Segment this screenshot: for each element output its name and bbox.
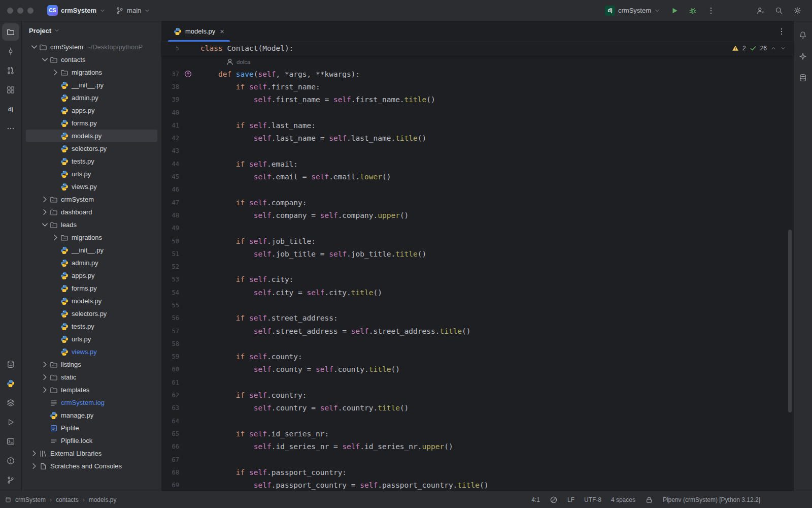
chevron-right-icon[interactable] [40,373,50,382]
version-control-tool-button[interactable] [2,471,19,489]
line-number[interactable]: 65 [162,430,179,437]
sticky-line[interactable]: 5 class Contact(Model): 2 26 [162,42,793,55]
code-line-51[interactable]: 51 self.job_title = self.job_title.title… [162,247,793,260]
chevron-down-icon[interactable] [40,221,50,229]
breadcrumb-item-package[interactable]: contacts [56,496,79,503]
project-panel-header[interactable]: Project [22,21,161,40]
settings-button[interactable] [790,3,805,18]
chevron-right-icon[interactable] [40,386,50,394]
highlighting-level-icon[interactable] [550,496,558,504]
code-line-46[interactable]: 46 [162,183,793,196]
tree-item-selectors-py[interactable]: selectors.py [26,142,157,155]
tree-item-templates[interactable]: templates [26,384,157,396]
code-line-61[interactable]: 61 [162,376,793,389]
line-number[interactable]: 52 [162,263,179,270]
tree-item-urls-py[interactable]: urls.py [26,168,157,180]
line-number[interactable]: 43 [162,147,179,154]
line-number[interactable]: 67 [162,456,179,463]
python-interpreter[interactable]: Pipenv (crmSystem) [Python 3.12.2] [663,496,760,503]
code-line-54[interactable]: 54 self.city = self.city.title() [162,286,793,299]
line-number[interactable]: 59 [162,353,179,360]
tree-item-dashboard[interactable]: dashboard [26,206,157,218]
code-line-44[interactable]: 44 if self.email: [162,157,793,170]
line-number[interactable]: 55 [162,302,179,309]
tree-item-contacts[interactable]: contacts [26,53,157,66]
tree-item-migrations[interactable]: migrations [26,66,157,79]
code-editor[interactable]: dolca 37 def save(self, *args, **kwargs)… [162,55,793,491]
tree-item-migrations[interactable]: migrations [26,231,157,244]
editor-scrollbar[interactable] [788,230,792,412]
line-number[interactable]: 49 [162,225,179,232]
tree-item-views-py[interactable]: views.py [26,345,157,358]
tree-item-apps-py[interactable]: apps.py [26,104,157,117]
chevron-right-icon[interactable] [29,462,39,470]
lock-icon[interactable] [645,496,653,504]
run-config-widget[interactable]: dj crmSystem [601,4,664,18]
tree-item-forms-py[interactable]: forms.py [26,282,157,295]
line-number[interactable]: 56 [162,314,179,322]
line-number[interactable]: 66 [162,443,179,450]
close-window-button[interactable] [7,8,13,14]
project-widget[interactable]: CS crmSystem [44,3,109,18]
line-number[interactable]: 50 [162,238,179,245]
run-button[interactable] [667,3,682,18]
code-line-38[interactable]: 38 if self.first_name: [162,80,793,93]
code-line-68[interactable]: 68 if self.passport_country: [162,466,793,479]
debug-button[interactable] [685,3,700,18]
pull-requests-tool-button[interactable] [2,62,19,79]
code-line-45[interactable]: 45 self.email = self.email.lower() [162,170,793,183]
tree-item-leads[interactable]: leads [26,218,157,231]
editor-options-button[interactable] [774,24,789,39]
tree-item-manage-py[interactable]: manage.py [26,409,157,422]
terminal-tool-button[interactable] [2,433,19,450]
tree-item-apps-py[interactable]: apps.py [26,269,157,282]
tree-item-crmsystem[interactable]: crmSystem~/Desktop/pythonP [26,41,157,53]
code-line-42[interactable]: 42 self.last_name = self.last_name.title… [162,132,793,144]
caret-position[interactable]: 4:1 [531,496,540,503]
line-number[interactable]: 54 [162,289,179,296]
line-number[interactable]: 37 [162,71,179,78]
tree-item-selectors-py[interactable]: selectors.py [26,307,157,320]
chevron-right-icon[interactable] [29,450,39,458]
line-number[interactable]: 40 [162,109,179,116]
database-panel-button[interactable] [794,69,811,86]
code-line-47[interactable]: 47 if self.company: [162,196,793,209]
line-number[interactable]: 63 [162,404,179,411]
code-line-65[interactable]: 65 if self.id_series_nr: [162,427,793,440]
tree-item-listings[interactable]: listings [26,358,157,371]
code-line-50[interactable]: 50 if self.job_title: [162,235,793,247]
tree-item-external-libraries[interactable]: External Libraries [26,447,157,460]
code-line-40[interactable]: 40 [162,106,793,119]
commit-tool-button[interactable] [2,43,19,60]
line-number[interactable]: 53 [162,276,179,283]
tree-item-tests-py[interactable]: tests.py [26,320,157,333]
tree-item-admin-py[interactable]: admin.py [26,91,157,104]
code-line-37[interactable]: 37 def save(self, *args, **kwargs): [162,68,793,80]
tree-item-urls-py[interactable]: urls.py [26,333,157,345]
zoom-window-button[interactable] [27,8,33,14]
next-problem-icon[interactable] [780,45,786,51]
code-line-62[interactable]: 62 if self.country: [162,389,793,401]
line-number[interactable]: 68 [162,469,179,476]
tree-item-models-py[interactable]: models.py [26,295,157,307]
run-tool-button[interactable] [2,414,19,431]
tree-item-views-py[interactable]: views.py [26,180,157,193]
tree-item-admin-py[interactable]: admin.py [26,257,157,269]
chevron-right-icon[interactable] [40,208,50,216]
tree-item-scratches-and-consoles[interactable]: Scratches and Consoles [26,460,157,472]
database-tool-button[interactable] [2,356,19,373]
override-method-icon[interactable] [183,70,193,78]
branch-widget[interactable]: main [112,5,154,17]
tree-item-tests-py[interactable]: tests.py [26,155,157,168]
more-run-actions-button[interactable] [703,3,719,18]
code-line-52[interactable]: 52 [162,260,793,273]
tree-item-pipfile-lock[interactable]: Pipfile.lock [26,434,157,447]
code-line-56[interactable]: 56 if self.street_address: [162,312,793,325]
ai-assistant-button[interactable] [794,48,811,65]
code-line-53[interactable]: 53 if self.city: [162,273,793,286]
line-number[interactable]: 41 [162,122,179,129]
tree-item--init-py[interactable]: __init__.py [26,244,157,257]
structure-tool-button[interactable] [2,81,19,99]
python-packages-tool-button[interactable] [2,375,19,392]
line-number[interactable]: 60 [162,366,179,373]
